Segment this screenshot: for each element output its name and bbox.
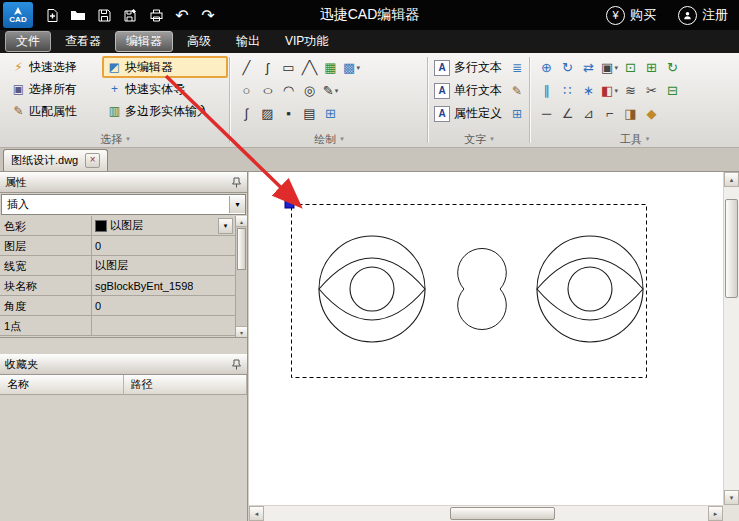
pin-icon[interactable] — [231, 177, 242, 188]
define-attr-block-icon[interactable]: ⊞ — [507, 102, 527, 125]
measure-angle-icon[interactable]: ∠ — [557, 104, 578, 124]
menu-tab-viewer[interactable]: 查看器 — [54, 31, 112, 52]
circle-icon[interactable]: ○ — [236, 81, 257, 101]
paint-icon[interactable]: ◨ — [620, 104, 641, 124]
combo-caret-icon[interactable]: ▾ — [229, 196, 245, 213]
menu-tab-vip[interactable]: VIP功能 — [274, 31, 339, 52]
multiline-text-button[interactable]: A多行文本 — [434, 56, 502, 79]
singleline-text-button[interactable]: A单行文本 — [434, 79, 502, 102]
selected-block[interactable] — [285, 199, 647, 378]
block-editor-button[interactable]: ◩块编辑器 — [102, 56, 228, 78]
scrollbar-thumb[interactable] — [725, 199, 738, 298]
drawing-view[interactable] — [249, 172, 724, 505]
property-grid-scrollbar[interactable]: ▴ ▾ — [235, 216, 247, 337]
dropdown-caret-icon[interactable]: ▾ — [356, 64, 360, 72]
new-file-icon[interactable] — [39, 0, 65, 30]
menu-tab-file[interactable]: 文件 — [5, 31, 51, 52]
scroll-down-icon[interactable]: ▾ — [236, 326, 247, 337]
scroll-up-icon[interactable]: ▴ — [236, 216, 247, 227]
line-icon[interactable]: ╱ — [236, 58, 257, 78]
donut-icon[interactable]: ◎ — [299, 81, 320, 101]
id-point-icon[interactable]: ⌐ — [599, 104, 620, 124]
text-align-icon[interactable]: ≣ — [507, 56, 527, 79]
vertical-scrollbar[interactable]: ▴ ▾ — [723, 172, 739, 505]
save-as-icon[interactable] — [117, 0, 143, 30]
group-caret-icon[interactable]: ▾ — [490, 135, 494, 143]
open-file-icon[interactable] — [65, 0, 91, 30]
group-caret-icon[interactable]: ▾ — [340, 135, 344, 143]
text-edit-icon[interactable]: ✎ — [507, 79, 527, 102]
arc-icon[interactable]: ◠ — [278, 81, 299, 101]
scrollbar-thumb[interactable] — [450, 507, 554, 520]
spline-icon[interactable]: ʃ — [257, 58, 278, 78]
redo-icon[interactable]: ↷ — [195, 0, 221, 30]
polyline-icon[interactable]: ╱╲ — [299, 58, 320, 78]
move-icon[interactable]: ⊕ — [536, 58, 557, 78]
drawing-canvas[interactable]: ◂ ▸ ▴ ▾ — [249, 172, 739, 521]
quick-select-button[interactable]: ⚡快速选择 — [6, 56, 102, 78]
favorites-column-name[interactable]: 名称 — [0, 375, 124, 394]
horizontal-scrollbar[interactable]: ◂ ▸ — [249, 505, 723, 521]
dropdown-caret-icon[interactable]: ▾ — [335, 87, 339, 95]
table-icon[interactable]: ⊞ — [320, 104, 341, 124]
copy-icon[interactable]: ⊡ — [620, 58, 641, 78]
scroll-down-icon[interactable]: ▾ — [724, 490, 739, 505]
rectangle-icon[interactable]: ▭ — [278, 58, 299, 78]
hatch-pattern-icon[interactable]: ▩▾ — [341, 58, 362, 78]
array-copy-icon[interactable]: ⊞ — [641, 58, 662, 78]
block-list-icon[interactable]: ▣▾ — [599, 58, 620, 78]
polyline-edit-icon[interactable]: ≋ — [620, 81, 641, 101]
dropdown-caret-icon[interactable]: ▾ — [218, 218, 233, 234]
scrollbar-track[interactable] — [264, 506, 708, 521]
offset-icon[interactable]: ∥ — [536, 81, 557, 101]
measure-length-icon[interactable]: ─ — [536, 104, 557, 124]
spline-fit-icon[interactable]: ∫ — [236, 104, 257, 124]
group-caret-icon[interactable]: ▾ — [126, 135, 130, 143]
scroll-right-icon[interactable]: ▸ — [708, 506, 723, 521]
array-icon[interactable]: ∷ — [557, 81, 578, 101]
save-icon[interactable] — [91, 0, 117, 30]
palette-icon[interactable]: ◆ — [641, 104, 662, 124]
dropdown-caret-icon[interactable]: ▾ — [614, 87, 618, 95]
refresh-icon[interactable]: ↻ — [662, 58, 683, 78]
rotate-icon[interactable]: ↻ — [557, 58, 578, 78]
hatch-icon[interactable]: ▨ — [257, 104, 278, 124]
scrollbar-track[interactable] — [724, 187, 739, 490]
insert-block-icon[interactable]: ▦ — [320, 58, 341, 78]
explode-icon[interactable]: ∗ — [578, 81, 599, 101]
favorites-column-path[interactable]: 路径 — [124, 375, 248, 394]
angle-value[interactable]: 0 — [92, 296, 236, 315]
lineweight-value[interactable]: 以图层 — [92, 256, 236, 275]
pin-icon[interactable] — [231, 359, 242, 370]
measure-area-icon[interactable]: ⊿ — [578, 104, 599, 124]
image-icon[interactable]: ▤ — [299, 104, 320, 124]
scrollbar-thumb[interactable] — [237, 228, 246, 270]
color-picker-icon[interactable]: ◧▾ — [599, 81, 620, 101]
point-icon[interactable]: ▪ — [278, 104, 299, 124]
scroll-left-icon[interactable]: ◂ — [249, 506, 264, 521]
pen-icon[interactable]: ✎▾ — [320, 81, 341, 101]
point1-value[interactable] — [92, 316, 236, 335]
close-tab-icon[interactable]: × — [85, 153, 100, 168]
buy-button[interactable]: ¥ 购买 — [595, 0, 667, 30]
quick-entity-export-button[interactable]: +快速实体导 — [102, 78, 228, 100]
group-caret-icon[interactable]: ▾ — [646, 135, 650, 143]
purge-icon[interactable]: ⊟ — [662, 81, 683, 101]
document-tab[interactable]: 图纸设计.dwg × — [3, 149, 108, 171]
register-button[interactable]: 注册 — [667, 0, 739, 30]
trim-icon[interactable]: ✂ — [641, 81, 662, 101]
print-icon[interactable] — [143, 0, 169, 30]
menu-tab-editor[interactable]: 编辑器 — [115, 31, 173, 52]
undo-icon[interactable]: ↶ — [169, 0, 195, 30]
insert-selector[interactable]: 插入 ▾ — [1, 194, 246, 215]
select-all-button[interactable]: ▣选择所有 — [6, 78, 102, 100]
layer-value[interactable]: 0 — [92, 236, 236, 255]
attribute-define-button[interactable]: A属性定义 — [434, 102, 502, 125]
block-name-value[interactable]: sgBlockByEnt_1598 — [92, 276, 236, 295]
scroll-up-icon[interactable]: ▴ — [724, 172, 739, 187]
menu-tab-advanced[interactable]: 高级 — [176, 31, 222, 52]
match-properties-button[interactable]: ✎匹配属性 — [6, 100, 102, 122]
menu-tab-output[interactable]: 输出 — [225, 31, 271, 52]
mirror-icon[interactable]: ⇄ — [578, 58, 599, 78]
dropdown-caret-icon[interactable]: ▾ — [614, 64, 618, 72]
